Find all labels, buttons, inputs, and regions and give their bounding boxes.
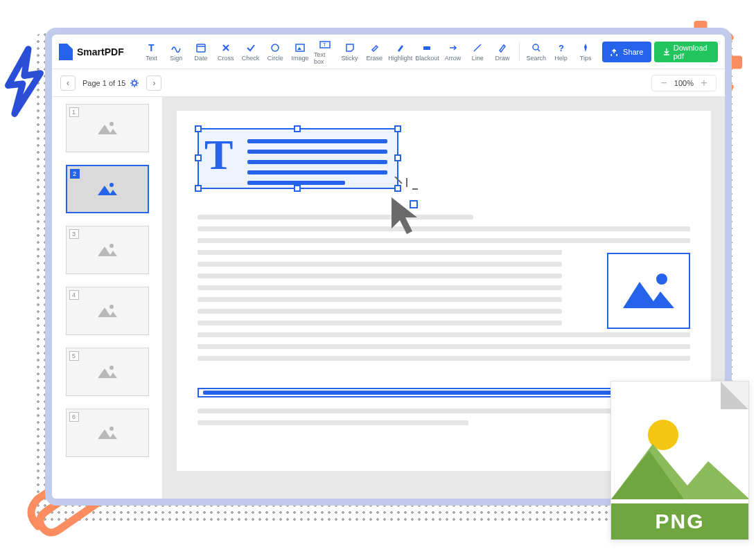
resize-handle-bc[interactable] (294, 185, 301, 192)
thumbnail-6[interactable]: 6 (66, 409, 149, 457)
svg-marker-43 (98, 368, 117, 378)
tips-icon (581, 42, 590, 53)
download-button[interactable]: Download pdf (654, 42, 718, 62)
svg-line-47 (395, 177, 402, 184)
svg-text:T: T (323, 42, 326, 48)
calendar-icon (196, 42, 206, 53)
tool-blackout[interactable]: Blackout (415, 38, 439, 66)
svg-rect-17 (296, 44, 304, 51)
svg-line-22 (474, 44, 481, 51)
svg-point-52 (656, 274, 667, 285)
search-icon (531, 42, 541, 53)
tool-textbox[interactable]: T Text box (314, 38, 336, 66)
thumbnail-2[interactable]: 2 (66, 165, 149, 213)
thumbnail-sidebar[interactable]: 1 2 3 4 5 6 (52, 97, 163, 499)
svg-marker-50 (392, 197, 417, 234)
svg-point-38 (109, 183, 114, 187)
svg-point-23 (533, 44, 538, 50)
svg-point-26 (132, 81, 137, 85)
next-page-button[interactable]: › (146, 75, 161, 91)
svg-line-34 (137, 80, 137, 81)
svg-rect-14 (197, 44, 205, 52)
zoom-control: − 100% + (651, 75, 717, 91)
zoom-out-button[interactable]: − (658, 78, 670, 89)
app-logo[interactable]: SmartPDF (59, 44, 124, 60)
line-icon (473, 42, 482, 53)
text-lines-preview (247, 139, 387, 191)
image-placeholder-icon (95, 363, 120, 381)
highlight-icon (396, 42, 405, 53)
svg-point-42 (109, 305, 114, 309)
cross-icon (221, 42, 231, 53)
resize-handle-mr[interactable] (394, 154, 401, 161)
arrow-icon (448, 42, 458, 53)
tool-circle[interactable]: Circle (264, 38, 286, 66)
svg-text:T: T (148, 43, 155, 53)
lightning-decoration (0, 45, 49, 107)
tool-text[interactable]: T Text (141, 38, 163, 66)
resize-handle-tl[interactable] (195, 125, 202, 132)
thumbnail-1[interactable]: 1 (66, 104, 149, 152)
svg-marker-18 (297, 47, 301, 50)
tool-date[interactable]: Date (190, 38, 212, 66)
resize-handle-tc[interactable] (294, 125, 301, 132)
prev-page-button[interactable]: ‹ (60, 75, 76, 91)
help-icon: ? (556, 42, 565, 53)
image-placeholder-icon (95, 302, 120, 320)
svg-point-44 (109, 366, 114, 370)
tool-erase[interactable]: Erase (363, 38, 385, 66)
draw-icon (498, 42, 507, 53)
tool-arrow[interactable]: Arrow (442, 38, 464, 66)
app-name: SmartPDF (77, 46, 124, 57)
image-placeholder-icon (95, 424, 120, 442)
image-placeholder-icon (95, 180, 120, 198)
resize-handle-tr[interactable] (394, 125, 401, 132)
image-placeholder-icon (95, 119, 120, 137)
tool-tips[interactable]: Tips (574, 38, 597, 66)
tool-draw[interactable]: Draw (491, 38, 513, 66)
share-icon (610, 48, 619, 56)
svg-marker-45 (98, 429, 117, 439)
page-indicator: Page 1 of 15 (82, 78, 139, 88)
svg-point-16 (272, 44, 279, 51)
svg-point-40 (109, 244, 114, 248)
zoom-value: 100% (674, 79, 694, 87)
share-button[interactable]: Share (602, 42, 651, 62)
circle-icon (270, 42, 280, 53)
tool-cross[interactable]: Cross (215, 38, 237, 66)
tool-help[interactable]: ? Help (550, 38, 572, 66)
svg-marker-41 (98, 307, 117, 317)
png-label: PNG (611, 503, 748, 539)
erase-icon (369, 42, 379, 53)
tool-check[interactable]: Check (240, 38, 262, 66)
tool-sticky[interactable]: Sticky (339, 38, 361, 66)
tool-line[interactable]: Line (467, 38, 489, 66)
textbox-icon: T (319, 39, 331, 50)
text-icon: T (147, 42, 157, 53)
tool-image[interactable]: Image (289, 38, 311, 66)
thumbnail-3[interactable]: 3 (66, 226, 149, 274)
svg-marker-37 (98, 186, 117, 195)
selected-text-box[interactable]: T (197, 128, 398, 189)
svg-marker-35 (98, 125, 117, 134)
resize-handle-ml[interactable] (195, 154, 202, 161)
sticky-icon (345, 42, 355, 53)
tool-search[interactable]: Search (525, 38, 547, 66)
main-toolbar: SmartPDF T Text Sign Date Cross Check Ci… (52, 35, 725, 69)
svg-text:?: ? (559, 43, 564, 53)
svg-point-36 (109, 122, 114, 126)
tool-sign[interactable]: Sign (165, 38, 187, 66)
image-icon (295, 42, 305, 53)
thumbnail-4[interactable]: 4 (66, 287, 149, 335)
image-icon (617, 267, 680, 315)
sub-toolbar: ‹ Page 1 of 15 › − 100% + (52, 69, 725, 97)
tool-highlight[interactable]: Highlight (388, 38, 412, 66)
resize-handle-bl[interactable] (195, 185, 202, 192)
image-placeholder-selected[interactable] (607, 253, 690, 329)
zoom-in-button[interactable]: + (698, 78, 710, 89)
page-settings-icon[interactable] (130, 78, 139, 88)
dropcap-icon: T (204, 133, 233, 176)
svg-marker-39 (98, 247, 117, 256)
thumbnail-5[interactable]: 5 (66, 348, 149, 396)
blackout-icon (422, 42, 432, 53)
